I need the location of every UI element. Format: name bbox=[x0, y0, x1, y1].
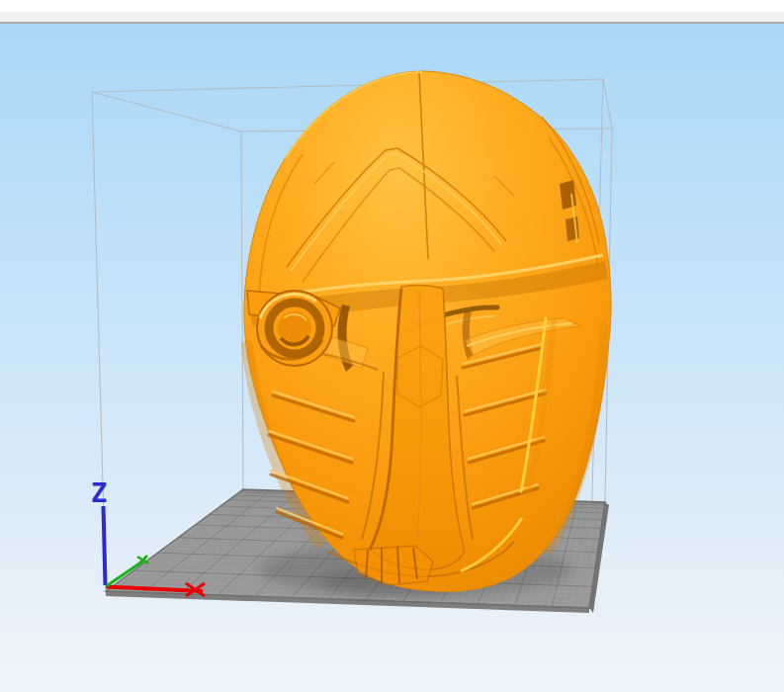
toolbar-strip bbox=[0, 12, 784, 24]
z-axis-line bbox=[104, 506, 106, 585]
titlebar-strip bbox=[0, 0, 784, 12]
viewport-canvas[interactable]: Z bbox=[0, 0, 784, 692]
z-axis-label: Z bbox=[91, 477, 107, 508]
helmet-model[interactable] bbox=[244, 71, 611, 591]
3d-viewport[interactable]: Z bbox=[0, 0, 784, 692]
app-window: Z bbox=[0, 0, 784, 692]
